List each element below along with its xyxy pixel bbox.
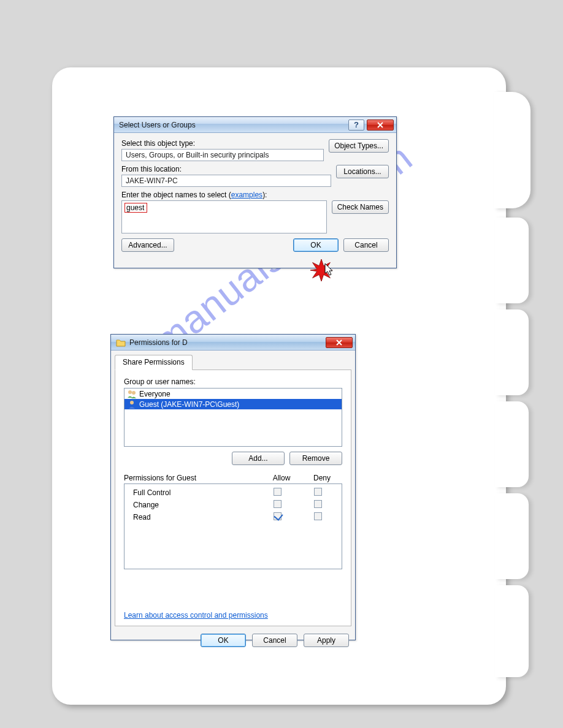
names-label: Enter the object names to select (exampl…	[121, 191, 327, 199]
allow-checkbox[interactable]	[274, 500, 282, 508]
permission-label: Full Control	[128, 488, 257, 497]
location-label: From this location:	[121, 165, 331, 173]
permissions-for-label: Permissions for Guest	[124, 474, 261, 482]
tab-strip: Share Permissions	[115, 354, 351, 370]
allow-checkbox[interactable]	[274, 488, 282, 496]
object-names-value: guest	[124, 203, 147, 213]
tab-share-permissions[interactable]: Share Permissions	[115, 355, 193, 370]
deny-checkbox[interactable]	[314, 488, 322, 496]
group-icon	[127, 390, 137, 398]
allow-checkbox[interactable]	[274, 512, 282, 520]
examples-link[interactable]: examples	[231, 191, 262, 199]
titlebar[interactable]: Select Users or Groups ?	[114, 117, 396, 133]
apply-button[interactable]: Apply	[304, 634, 349, 647]
titlebar[interactable]: Permissions for D	[111, 335, 355, 351]
learn-link[interactable]: Learn about access control and permissio…	[124, 611, 342, 620]
permissions-list: Full Control Change Read	[124, 483, 342, 569]
object-names-input[interactable]: guest	[121, 200, 327, 233]
names-label-suffix: ):	[262, 191, 267, 199]
deny-column-header: Deny	[302, 474, 342, 482]
mouse-cursor-icon	[323, 263, 334, 278]
object-type-label: Select this object type:	[121, 139, 324, 148]
list-item[interactable]: Everyone	[124, 389, 342, 399]
ok-button[interactable]: OK	[293, 238, 339, 252]
select-users-dialog: Select Users or Groups ? Select this obj…	[113, 116, 397, 268]
object-type-field: Users, Groups, or Built-in security prin…	[121, 149, 324, 161]
permission-label: Read	[128, 513, 257, 521]
permissions-dialog: Permissions for D Share Permissions Grou…	[110, 334, 356, 640]
cancel-button[interactable]: Cancel	[343, 238, 389, 252]
side-tab	[495, 218, 529, 303]
cancel-button[interactable]: Cancel	[252, 634, 297, 647]
svg-point-3	[130, 401, 134, 404]
locations-button[interactable]: Locations...	[336, 165, 389, 178]
svg-marker-0	[310, 259, 332, 281]
list-item[interactable]: Guest (JAKE-WIN7-PC\Guest)	[124, 399, 342, 409]
folder-icon	[116, 338, 126, 347]
close-button[interactable]	[326, 337, 353, 348]
side-tab	[495, 585, 529, 677]
permission-row: Read	[128, 511, 338, 523]
list-item-label: Guest (JAKE-WIN7-PC\Guest)	[139, 400, 239, 409]
ok-button[interactable]: OK	[201, 634, 246, 647]
advanced-button[interactable]: Advanced...	[121, 238, 174, 252]
deny-checkbox[interactable]	[314, 512, 322, 520]
document-page: manualshive.com Select Users or Groups ?…	[52, 67, 506, 705]
add-button[interactable]: Add...	[232, 452, 285, 465]
names-label-prefix: Enter the object names to select (	[121, 191, 231, 199]
user-icon	[127, 400, 137, 409]
group-names-list[interactable]: Everyone Guest (JAKE-WIN7-PC\Guest)	[124, 388, 342, 447]
side-tab	[495, 309, 529, 395]
list-item-label: Everyone	[139, 390, 170, 398]
permission-row: Full Control	[128, 487, 338, 499]
deny-checkbox[interactable]	[314, 500, 322, 508]
svg-point-2	[132, 391, 136, 395]
location-field: JAKE-WIN7-PC	[121, 175, 331, 187]
help-button[interactable]: ?	[348, 119, 364, 131]
check-names-button[interactable]: Check Names	[332, 200, 389, 214]
side-tab	[495, 493, 529, 579]
permission-label: Change	[128, 501, 257, 509]
click-highlight-icon	[310, 259, 332, 281]
dialog-title: Select Users or Groups	[119, 121, 346, 129]
close-button[interactable]	[367, 119, 394, 131]
page-tab-ear	[494, 92, 530, 208]
side-tab	[495, 401, 529, 487]
object-types-button[interactable]: Object Types...	[329, 139, 389, 153]
dialog-title: Permissions for D	[129, 338, 323, 347]
close-icon	[335, 339, 343, 346]
permission-row: Change	[128, 499, 338, 511]
svg-point-1	[128, 390, 132, 394]
remove-button[interactable]: Remove	[289, 452, 342, 465]
group-names-label: Group or user names:	[124, 377, 342, 386]
allow-column-header: Allow	[261, 474, 302, 482]
close-icon	[377, 121, 384, 129]
